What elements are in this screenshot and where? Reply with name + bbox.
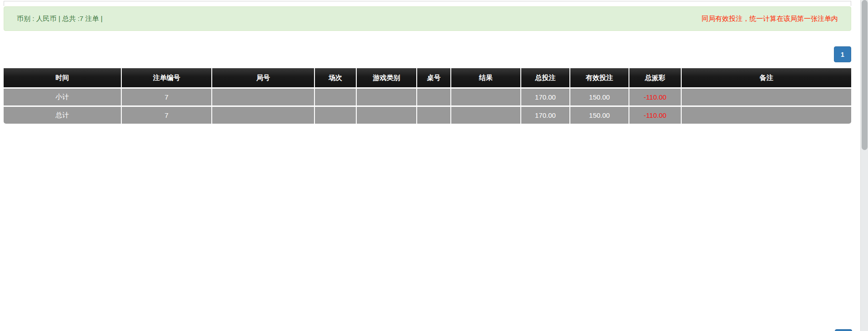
table-header: 时间注单编号局号场次游戏类别桌号结果总投注有效投注总派彩备注: [4, 68, 851, 87]
summary-empty-game-id: [212, 105, 315, 124]
summary-valid-bet: 150.00: [570, 105, 629, 124]
summary-remark: [682, 87, 851, 105]
vertical-scrollbar-track[interactable]: [860, 0, 868, 331]
summary-empty-result: [451, 87, 521, 105]
summary-empty-session: [315, 105, 357, 124]
summary-total-bet: 170.00: [521, 87, 570, 105]
column-header-3: 场次: [315, 68, 357, 87]
summary-empty-session: [315, 87, 357, 105]
summary-empty-game-id: [212, 87, 315, 105]
column-header-7: 总投注: [521, 68, 570, 87]
pagination-page-1-top[interactable]: 1: [834, 46, 851, 62]
currency-summary-text: 币别 : 人民币 | 总共 :7 注单 |: [17, 15, 103, 23]
summary-valid-bet: 150.00: [570, 87, 629, 105]
bet-history-table-wrap: 时间注单编号局号场次游戏类别桌号结果总投注有效投注总派彩备注 小计7170.00…: [4, 68, 851, 124]
summary-payout: -110.00: [629, 105, 682, 124]
header-row: 时间注单编号局号场次游戏类别桌号结果总投注有效投注总派彩备注: [4, 68, 851, 87]
summary-banner: 币别 : 人民币 | 总共 :7 注单 | 同局有效投注，统一计算在该局第一张注…: [4, 6, 851, 31]
summary-total-bet: 170.00: [521, 105, 570, 124]
summary-count: 7: [122, 105, 212, 124]
summary-label: 小计: [4, 87, 122, 105]
table-body: 小计7170.00150.00-110.00总计7170.00150.00-11…: [4, 87, 851, 124]
column-header-0: 时间: [4, 68, 122, 87]
vertical-scrollbar-thumb[interactable]: [862, 0, 868, 150]
total-row: 总计7170.00150.00-110.00: [4, 105, 851, 124]
column-header-4: 游戏类别: [357, 68, 417, 87]
column-header-5: 桌号: [417, 68, 451, 87]
column-header-1: 注单编号: [122, 68, 212, 87]
pagination-page-1-bottom[interactable]: 1: [835, 329, 852, 331]
summary-empty-result: [451, 105, 521, 124]
summary-empty-table-no: [417, 87, 451, 105]
column-header-6: 结果: [451, 68, 521, 87]
column-header-9: 总派彩: [629, 68, 682, 87]
valid-bet-notice-text: 同局有效投注，统一计算在该局第一张注单内: [702, 15, 838, 23]
column-header-8: 有效投注: [570, 68, 629, 87]
bet-history-table: 时间注单编号局号场次游戏类别桌号结果总投注有效投注总派彩备注 小计7170.00…: [4, 68, 851, 124]
column-header-10: 备注: [682, 68, 851, 87]
summary-label: 总计: [4, 105, 122, 124]
summary-count: 7: [122, 87, 212, 105]
cutoff-panel-edge: [4, 1, 851, 6]
column-header-2: 局号: [212, 68, 315, 87]
summary-empty-game-type: [357, 105, 417, 124]
summary-empty-table-no: [417, 105, 451, 124]
subtotal-row: 小计7170.00150.00-110.00: [4, 87, 851, 105]
summary-payout: -110.00: [629, 87, 682, 105]
summary-remark: [682, 105, 851, 124]
summary-empty-game-type: [357, 87, 417, 105]
